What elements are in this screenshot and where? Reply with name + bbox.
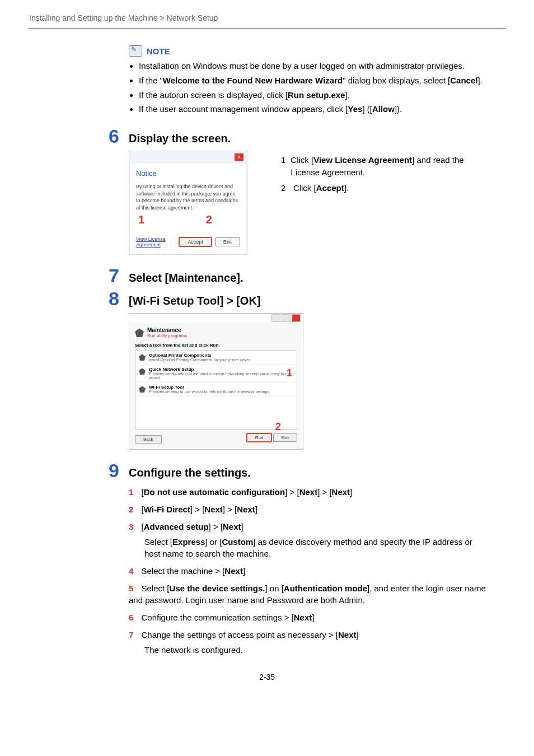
- note-icon: [129, 45, 142, 57]
- dialog-instruction: Select a tool from the list and click Ru…: [129, 343, 303, 348]
- callout-1: 1: [287, 367, 292, 379]
- step-8: 8 [Wi-Fi Setup Tool] > [OK] Maintenance …: [129, 295, 489, 450]
- step-number: 6: [109, 125, 119, 147]
- notice-dialog: × Notice By using or installing the devi…: [129, 151, 247, 255]
- callout-2: 2: [275, 421, 281, 433]
- close-button[interactable]: [292, 314, 301, 322]
- breadcrumb-chapter: Installing and Setting up the Machine: [29, 13, 158, 22]
- step-6: 6 Display the screen. × Notice By using …: [129, 132, 489, 255]
- exit-button[interactable]: Exit: [215, 237, 240, 246]
- dialog-message: By using or installing the device driver…: [136, 183, 240, 211]
- step-title: [Wi-Fi Setup Tool] > [OK]: [129, 295, 489, 307]
- breadcrumb: Installing and Setting up the Machine > …: [29, 13, 506, 22]
- note-title: NOTE: [147, 46, 170, 56]
- substep: 6 Configure the communication settings >…: [129, 612, 489, 623]
- instruction-number: 1: [281, 154, 291, 179]
- step-number: 7: [109, 265, 119, 287]
- tool-list: Optional Printer Components Install Opti…: [135, 350, 297, 430]
- divider: [28, 28, 506, 29]
- note-item: Installation on Windows must be done by …: [139, 60, 489, 72]
- substep-description: Select [Express] or [Custom] as device d…: [144, 536, 489, 559]
- wrench-icon: [139, 354, 146, 361]
- page-number: 2-35: [28, 673, 506, 682]
- step-9: 9 Configure the settings. 1 [Do not use …: [129, 466, 489, 656]
- note-item: If the user account management window ap…: [139, 103, 489, 115]
- note-item: If the autorun screen is displayed, clic…: [139, 89, 489, 101]
- tool-item-optional-printer-components[interactable]: Optional Printer Components Install Opti…: [135, 351, 297, 365]
- substep: 2 [Wi-Fi Direct] > [Next] > [Next]: [129, 503, 489, 515]
- step-title: Configure the settings.: [129, 466, 489, 479]
- note-item: If the "Welcome to the Found New Hardwar…: [139, 74, 489, 87]
- wrench-icon: [135, 328, 144, 337]
- tool-item-wifi-setup-tool[interactable]: Wi-Fi Setup Tool Provides an easy to use…: [135, 382, 297, 396]
- wrench-icon: [139, 386, 146, 393]
- tool-item-quick-network-setup[interactable]: Quick Network Setup Provides configurati…: [135, 365, 297, 382]
- step-number: 8: [109, 288, 119, 310]
- substep: 3 [Advanced setup] > [Next] Select [Expr…: [129, 521, 489, 559]
- substep: 1 [Do not use automatic configuration] >…: [129, 486, 489, 498]
- substep: 5 Select [Use the device settings.] on […: [129, 582, 489, 606]
- substep: 7 Change the settings of access point as…: [129, 629, 489, 656]
- substep-description: The network is configured.: [144, 644, 489, 656]
- instruction-item: 1 Click [View License Agreement] and rea…: [281, 154, 489, 179]
- back-button[interactable]: Back: [135, 435, 162, 444]
- view-license-agreement-link[interactable]: View License Agreement: [136, 236, 179, 248]
- step-6-instructions: 1 Click [View License Agreement] and rea…: [281, 151, 489, 197]
- instruction-number: 2: [281, 182, 293, 194]
- maximize-button[interactable]: [282, 314, 291, 322]
- dialog-subheading: Run utility programs: [147, 333, 187, 338]
- dialog-heading: Notice: [136, 169, 240, 178]
- callout-1: 1: [138, 213, 144, 226]
- instruction-item: 2 Click [Accept].: [281, 182, 489, 194]
- accept-button[interactable]: Accept: [179, 237, 212, 246]
- exit-button[interactable]: Exit: [273, 433, 297, 442]
- note-block: NOTE Installation on Windows must be don…: [129, 45, 489, 115]
- breadcrumb-section: Network Setup: [167, 13, 218, 22]
- step-title: Display the screen.: [129, 132, 489, 145]
- wrench-icon: [139, 368, 146, 375]
- dialog-heading: Maintenance: [147, 327, 187, 333]
- run-button[interactable]: Run: [247, 433, 272, 442]
- breadcrumb-sep: >: [160, 13, 165, 22]
- close-button[interactable]: ×: [235, 153, 243, 161]
- step-number: 9: [109, 460, 119, 482]
- step-7: 7 Select [Maintenance].: [129, 272, 489, 284]
- substep: 4 Select the machine > [Next]: [129, 565, 489, 577]
- callout-2: 2: [206, 213, 212, 226]
- minimize-button[interactable]: [271, 314, 280, 322]
- step-title: Select [Maintenance].: [129, 272, 489, 284]
